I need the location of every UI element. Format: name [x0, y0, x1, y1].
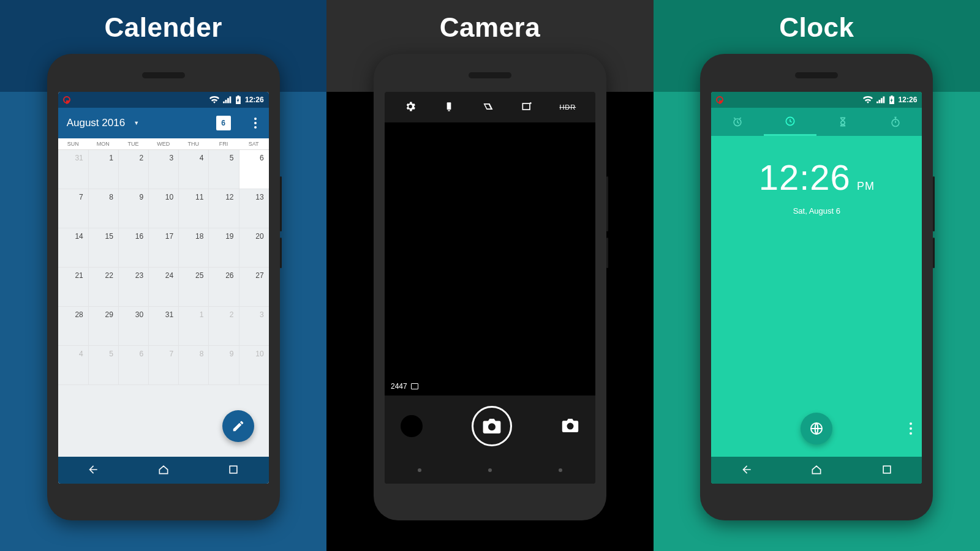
nav-bar [385, 457, 595, 484]
calendar-day-cell[interactable]: 24 [148, 268, 178, 307]
calendar-day-cell[interactable]: 11 [178, 189, 208, 228]
calendar-day-cell[interactable]: 5 [88, 346, 118, 385]
status-time: 12:26 [899, 96, 918, 104]
home-button[interactable] [157, 463, 170, 478]
compose-fab[interactable] [222, 410, 254, 442]
calendar-screen: 12:26 August 2016 ▼ 6 SUNMONTUEWEDTHUFRI… [58, 92, 269, 484]
calendar-day-cell[interactable]: 21 [58, 268, 88, 307]
calendar-day-cell[interactable]: 3 [148, 150, 178, 189]
gallery-thumbnail[interactable] [401, 415, 423, 437]
back-button[interactable] [87, 463, 99, 478]
overflow-menu-icon[interactable] [910, 422, 912, 435]
dropdown-icon[interactable]: ▼ [134, 120, 139, 126]
calendar-day-cell[interactable]: 23 [118, 268, 148, 307]
calendar-day-cell[interactable]: 18 [178, 228, 208, 268]
overflow-menu-icon[interactable] [251, 118, 260, 129]
calendar-day-cell[interactable]: 19 [208, 228, 238, 268]
calendar-day-cell[interactable]: 3 [239, 307, 269, 346]
clock-tabs [711, 108, 922, 136]
calendar-day-cell[interactable]: 20 [239, 228, 269, 268]
calendar-day-cell[interactable]: 31 [58, 150, 88, 189]
calendar-day-cell[interactable]: 15 [88, 228, 118, 268]
svg-rect-1 [447, 102, 451, 110]
calendar-day-cell[interactable]: 6 [118, 346, 148, 385]
calendar-day-cell[interactable]: 7 [58, 189, 88, 228]
calendar-day-cell[interactable]: 13 [239, 189, 269, 228]
panel-camera: Camera HDR 2447 [326, 0, 653, 551]
camera-icon [483, 419, 501, 433]
settings-button[interactable] [404, 100, 417, 114]
clock-time: 12:26PM [759, 157, 875, 198]
phone-frame: HDR 2447 [374, 54, 606, 520]
signal-icon [223, 96, 232, 103]
recents-button[interactable] [881, 463, 893, 478]
back-button[interactable] [741, 463, 753, 478]
calendar-day-cell[interactable]: 12 [208, 189, 238, 228]
tab-clock[interactable] [764, 108, 816, 136]
calendar-day-cell[interactable]: 10 [239, 346, 269, 385]
calendar-day-cell[interactable]: 30 [118, 307, 148, 346]
today-button[interactable]: 6 [216, 116, 231, 130]
battery-icon [889, 96, 895, 104]
panel-clock: Clock 12:26 12:26PM [654, 0, 980, 551]
wifi-icon [863, 96, 873, 103]
panel-title-calendar: Calender [105, 12, 222, 43]
shutter-button[interactable] [472, 406, 512, 446]
beats-icon [63, 96, 70, 103]
calendar-day-cell[interactable]: 2 [208, 307, 238, 346]
home-button[interactable] [488, 468, 492, 472]
tab-stopwatch[interactable] [869, 108, 922, 136]
calendar-day-cell[interactable]: 1 [178, 307, 208, 346]
tab-timer[interactable] [816, 108, 869, 136]
calendar-day-cell[interactable]: 14 [58, 228, 88, 268]
back-button[interactable] [418, 468, 421, 472]
tab-alarm[interactable] [711, 108, 764, 136]
dow-header: WED [148, 138, 178, 150]
calendar-day-cell[interactable]: 4 [178, 150, 208, 189]
calendar-day-cell[interactable]: 22 [88, 268, 118, 307]
dow-header: MON [88, 138, 118, 150]
status-bar: 12:26 [58, 92, 269, 108]
calendar-day-cell[interactable]: 8 [178, 346, 208, 385]
calendar-day-cell[interactable]: 8 [88, 189, 118, 228]
panel-title-clock: Clock [779, 12, 854, 43]
calendar-day-cell[interactable]: 17 [148, 228, 178, 268]
filter-button[interactable] [482, 100, 494, 114]
calendar-day-cell[interactable]: 25 [178, 268, 208, 307]
world-clock-fab[interactable] [801, 413, 832, 444]
viewfinder[interactable]: 2447 [385, 122, 595, 395]
home-button[interactable] [810, 463, 823, 478]
recents-button[interactable] [227, 463, 239, 478]
dow-header: FRI [208, 138, 238, 150]
clock-body: 12:26PM Sat, August 6 [711, 136, 922, 457]
dow-header: THU [178, 138, 208, 150]
calendar-day-cell[interactable]: 29 [88, 307, 118, 346]
aspect-button[interactable] [521, 100, 533, 114]
calendar-day-cell[interactable]: 9 [118, 189, 148, 228]
calendar-day-cell[interactable]: 5 [208, 150, 238, 189]
calendar-day-cell[interactable]: 10 [148, 189, 178, 228]
svg-rect-3 [522, 103, 530, 110]
globe-icon [809, 421, 824, 436]
calendar-day-cell[interactable]: 26 [208, 268, 238, 307]
month-picker[interactable]: August 2016 [67, 117, 125, 129]
flash-button[interactable] [443, 100, 455, 114]
calendar-day-cell[interactable]: 28 [58, 307, 88, 346]
switch-camera-button[interactable] [561, 419, 579, 434]
calendar-day-cell[interactable]: 2 [118, 150, 148, 189]
nav-bar [711, 457, 922, 484]
calendar-day-cell[interactable]: 7 [148, 346, 178, 385]
calendar-day-cell[interactable]: 27 [239, 268, 269, 307]
calendar-day-cell[interactable]: 9 [208, 346, 238, 385]
shots-remaining: 2447 [391, 382, 418, 391]
wifi-icon [209, 96, 219, 103]
calendar-day-cell[interactable]: 1 [88, 150, 118, 189]
beats-icon [716, 96, 723, 103]
recents-button[interactable] [559, 468, 562, 472]
calendar-day-cell[interactable]: 4 [58, 346, 88, 385]
hdr-toggle[interactable]: HDR [559, 103, 576, 111]
calendar-day-cell[interactable]: 16 [118, 228, 148, 268]
svg-rect-0 [230, 466, 237, 473]
calendar-day-cell[interactable]: 31 [148, 307, 178, 346]
calendar-day-cell[interactable]: 6 [239, 150, 269, 189]
